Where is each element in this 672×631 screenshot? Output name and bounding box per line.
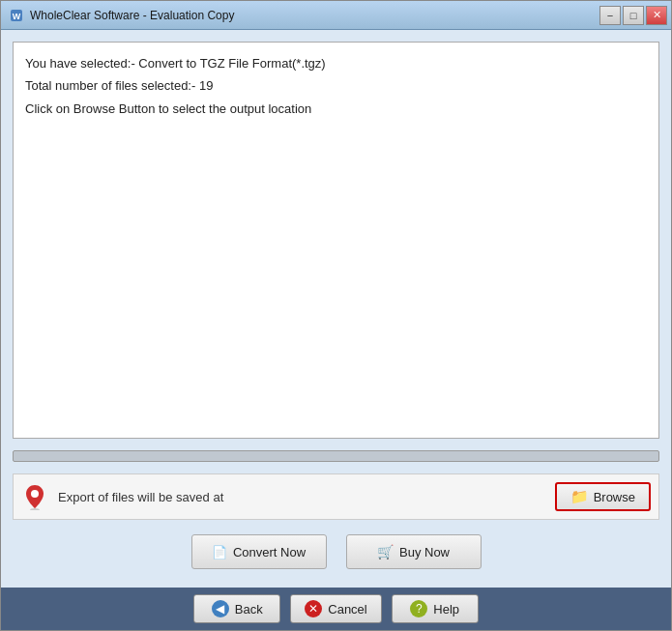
buy-label: Buy Now: [399, 545, 450, 559]
action-buttons-row: 📄 Convert Now 🛒 Buy Now: [13, 528, 659, 576]
folder-icon: 📁: [570, 488, 589, 505]
main-content: You have selected:- Convert to TGZ File …: [1, 30, 671, 588]
convert-now-button[interactable]: 📄 Convert Now: [191, 534, 327, 569]
export-label: Export of files will be saved at: [58, 490, 545, 504]
main-window: W WholeClear Software - Evaluation Copy …: [0, 0, 672, 631]
help-button[interactable]: ? Help: [392, 594, 479, 623]
help-label: Help: [433, 602, 459, 617]
export-row: Export of files will be saved at 📁 Brows…: [13, 473, 659, 520]
convert-label: Convert Now: [233, 545, 306, 559]
cart-icon: 🛒: [377, 544, 394, 559]
svg-point-2: [30, 508, 40, 510]
progress-bar: [13, 450, 659, 462]
minimize-button[interactable]: −: [599, 6, 621, 25]
restore-button[interactable]: □: [623, 6, 644, 25]
browse-label: Browse: [594, 490, 635, 504]
buy-now-button[interactable]: 🛒 Buy Now: [346, 534, 482, 569]
convert-icon: 📄: [212, 545, 227, 559]
back-button[interactable]: ◀ Back: [193, 594, 280, 623]
progress-area: [13, 446, 659, 466]
back-icon: ◀: [212, 600, 229, 617]
svg-text:W: W: [13, 12, 21, 21]
svg-point-3: [31, 490, 39, 498]
app-icon: W: [9, 8, 24, 23]
back-label: Back: [235, 602, 263, 617]
info-line-2: Total number of files selected:- 19: [25, 74, 647, 97]
info-line-1: You have selected:- Convert to TGZ File …: [25, 52, 647, 74]
location-icon: [21, 483, 48, 510]
cancel-label: Cancel: [328, 602, 366, 617]
title-bar: W WholeClear Software - Evaluation Copy …: [1, 1, 671, 30]
help-icon: ?: [410, 600, 427, 617]
cancel-button[interactable]: ✕ Cancel: [290, 594, 381, 623]
window-title: WholeClear Software - Evaluation Copy: [30, 9, 234, 22]
info-panel: You have selected:- Convert to TGZ File …: [13, 42, 659, 439]
info-line-3: Click on Browse Button to select the out…: [25, 98, 647, 120]
browse-button[interactable]: 📁 Browse: [555, 482, 651, 511]
title-bar-buttons: − □ ✕: [599, 6, 667, 25]
cancel-icon: ✕: [305, 600, 322, 617]
title-bar-left: W WholeClear Software - Evaluation Copy: [9, 8, 234, 23]
close-button[interactable]: ✕: [646, 6, 667, 25]
bottom-bar: ◀ Back ✕ Cancel ? Help: [1, 588, 671, 630]
